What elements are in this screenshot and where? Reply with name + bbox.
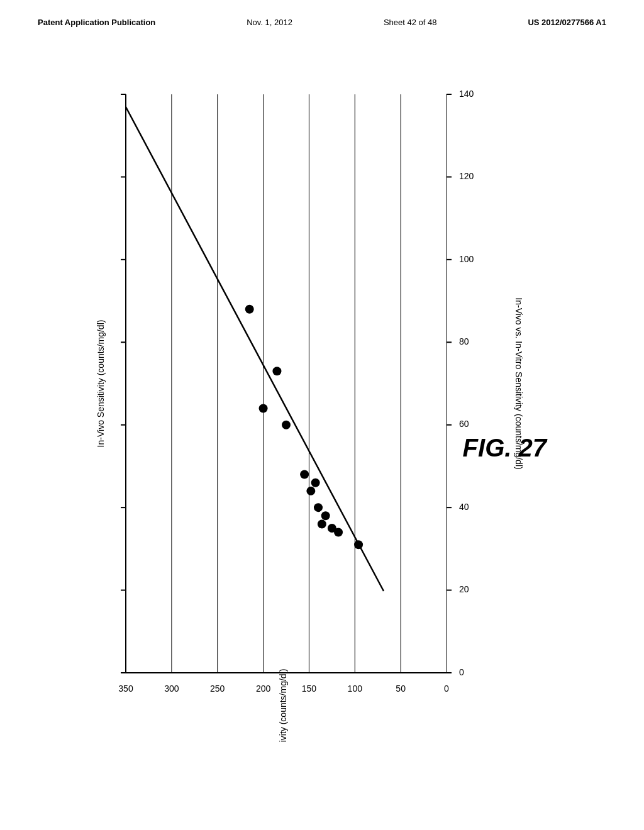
- data-point-13: [354, 540, 363, 549]
- y-label-20: 20: [459, 584, 469, 594]
- x-label-250: 250: [210, 683, 225, 694]
- publication-label: Patent Application Publication: [38, 18, 155, 27]
- y-label-120: 120: [459, 171, 474, 181]
- y-label-100: 100: [459, 254, 474, 264]
- data-point-4: [282, 421, 291, 429]
- y-label-80: 80: [459, 336, 469, 346]
- data-point-5: [300, 470, 309, 479]
- data-point-10: [318, 519, 326, 528]
- x-label-100: 100: [348, 683, 363, 694]
- data-point-1: [245, 305, 254, 314]
- x-label-150: 150: [302, 683, 317, 694]
- regression-line: [126, 107, 384, 591]
- data-point-3: [259, 404, 268, 412]
- figure-label: FIG. 27: [463, 434, 547, 462]
- sheet-label: Sheet 42 of 48: [384, 18, 437, 27]
- x-axis-label-text: In-Vivo Sensitivity (counts/mg/dl): [96, 320, 106, 448]
- x-label-350: 350: [118, 683, 133, 694]
- data-point-6: [306, 487, 315, 495]
- data-point-12: [334, 528, 343, 537]
- data-point-2: [272, 367, 281, 375]
- data-point-7: [311, 479, 320, 487]
- x-axis-title: In-Vivo Sensitivity (counts/mg/dl): [278, 669, 288, 742]
- x-label-50: 50: [396, 683, 406, 694]
- data-point-9: [321, 511, 330, 520]
- date-label: Nov. 1, 2012: [247, 18, 292, 27]
- x-label-200: 200: [256, 683, 271, 694]
- y-label-40: 40: [459, 502, 469, 512]
- y-label-140: 140: [459, 89, 474, 99]
- x-label-300: 300: [164, 683, 179, 694]
- y-label-60: 60: [459, 419, 469, 429]
- data-point-8: [314, 503, 323, 512]
- y-label-0: 0: [459, 667, 464, 677]
- chart-svg: 0 20 40 60 80 100 120 140 350 300 250 20…: [44, 75, 560, 742]
- patent-number: US 2012/0277566 A1: [528, 18, 606, 27]
- x-label-0: 0: [444, 683, 449, 694]
- chart-frame: 0 20 40 60 80 100 120 140 350 300 250 20…: [118, 89, 524, 742]
